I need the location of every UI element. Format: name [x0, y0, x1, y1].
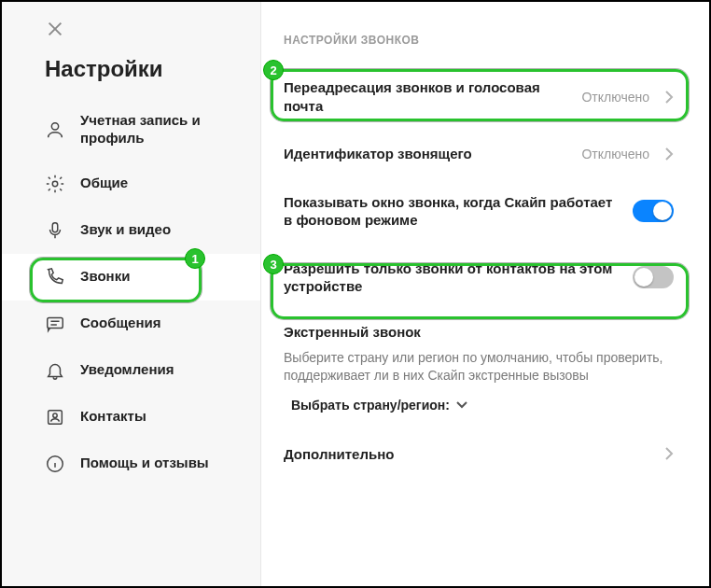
- chevron-right-icon: [664, 90, 674, 105]
- row-label: Идентификатор звонящего: [284, 145, 570, 163]
- sidebar-item-label: Звук и видео: [80, 221, 171, 239]
- svg-point-1: [52, 181, 58, 187]
- sidebar-item-label: Контакты: [80, 408, 146, 426]
- info-icon: [45, 454, 65, 474]
- sidebar-item-notifications[interactable]: Уведомления: [2, 347, 260, 394]
- row-label: Переадресация звонков и голосовая почта: [284, 78, 570, 115]
- sidebar-item-label: Общие: [80, 175, 128, 192]
- sidebar-item-account[interactable]: Учетная запись и профиль: [2, 99, 260, 161]
- sidebar-item-label: Сообщения: [80, 315, 160, 332]
- sidebar-item-help[interactable]: Помощь и отзывы: [2, 441, 260, 487]
- row-label: Разрешить только звонки от контактов на …: [284, 259, 621, 296]
- sidebar-item-label: Помощь и отзывы: [80, 455, 209, 472]
- region-select[interactable]: Выбрать страну/регион:: [291, 398, 468, 413]
- chevron-right-icon: [664, 446, 674, 461]
- microphone-icon: [45, 220, 65, 241]
- phone-icon: [45, 267, 65, 287]
- bell-icon: [45, 360, 65, 381]
- emergency-desc: Выберите страну или регион по умолчанию,…: [284, 349, 674, 385]
- row-label: Дополнительно: [284, 445, 653, 464]
- toggle-show-call-window[interactable]: [633, 200, 674, 222]
- sidebar-item-messaging[interactable]: Сообщения: [2, 301, 260, 347]
- sidebar-item-general[interactable]: Общие: [2, 161, 260, 207]
- gear-icon: [45, 174, 65, 194]
- row-caller-id[interactable]: Идентификатор звонящего Отключено: [274, 130, 683, 178]
- sidebar-item-contacts[interactable]: Контакты: [2, 394, 260, 441]
- toggle-only-contacts[interactable]: [633, 266, 674, 288]
- emergency-section: Экстренный звонок Выберите страну или ре…: [274, 311, 683, 413]
- sidebar: Настройки Учетная запись и профиль Общие…: [2, 2, 261, 586]
- row-call-forwarding[interactable]: Переадресация звонков и голосовая почта …: [274, 63, 683, 130]
- settings-window: Настройки Учетная запись и профиль Общие…: [0, 0, 711, 588]
- svg-point-0: [51, 122, 58, 129]
- row-only-contacts[interactable]: Разрешить только звонки от контактов на …: [274, 245, 683, 311]
- svg-rect-2: [52, 222, 58, 231]
- close-icon[interactable]: [47, 21, 63, 37]
- row-label: Показывать окно звонка, когда Скайп рабо…: [284, 193, 621, 230]
- row-more[interactable]: Дополнительно: [274, 430, 683, 479]
- sidebar-item-label: Уведомления: [80, 361, 174, 379]
- svg-point-5: [53, 413, 57, 416]
- chevron-right-icon: [664, 147, 674, 161]
- sidebar-item-audio-video[interactable]: Звук и видео: [2, 207, 260, 254]
- region-select-label: Выбрать страну/регион:: [291, 398, 450, 413]
- message-icon: [45, 314, 65, 334]
- sidebar-item-label: Учетная запись и профиль: [80, 112, 239, 147]
- main-panel: НАСТРОЙКИ ЗВОНКОВ Переадресация звонков …: [261, 2, 709, 586]
- sidebar-title: Настройки: [45, 56, 260, 82]
- contacts-icon: [45, 407, 65, 427]
- sidebar-item-label: Звонки: [80, 268, 130, 286]
- section-title: НАСТРОЙКИ ЗВОНКОВ: [284, 34, 683, 47]
- sidebar-item-calls[interactable]: Звонки: [2, 254, 260, 301]
- user-icon: [45, 119, 65, 140]
- row-status: Отключено: [581, 90, 649, 105]
- row-show-call-window[interactable]: Показывать окно звонка, когда Скайп рабо…: [274, 178, 683, 245]
- emergency-title: Экстренный звонок: [284, 324, 674, 340]
- chevron-down-icon: [455, 400, 468, 410]
- row-status: Отключено: [581, 147, 649, 161]
- svg-rect-3: [48, 317, 63, 328]
